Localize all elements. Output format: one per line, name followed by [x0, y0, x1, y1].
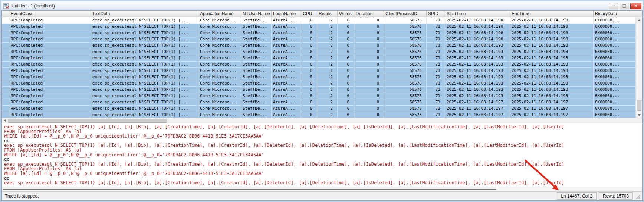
cell-cpu: 0	[301, 62, 317, 68]
cell-endTime: 2025-02-11 16:08:14.193	[510, 49, 594, 55]
column-header-loginname[interactable]: LoginName	[272, 11, 301, 17]
column-header-ntusername[interactable]: NTUserName	[241, 11, 272, 17]
cell-spid: 71	[427, 49, 445, 55]
cell-binaryData: 0X00000...	[594, 43, 636, 49]
sql-line: exec sp_executesql N'SELECT TOP(1) [a].[…	[4, 181, 642, 185]
scroll-up-icon[interactable]	[636, 17, 642, 23]
cell-loginName: AzureA...	[272, 99, 301, 106]
text-pane-scrollbar[interactable]	[2, 187, 642, 191]
row-margin	[2, 80, 9, 87]
cell-loginName: AzureA...	[272, 80, 301, 87]
cell-loginName: AzureA...	[272, 49, 301, 55]
column-header-eventclass[interactable]: EventClass	[9, 11, 91, 17]
column-header-reads[interactable]: Reads	[317, 11, 338, 17]
cell-duration: 0	[354, 43, 384, 49]
sql-text-pane[interactable]: exec sp_executesql N'SELECT TOP(1) [a].[…	[2, 123, 642, 187]
cell-eventClass: RPC:Completed	[9, 30, 91, 36]
trace-row[interactable]: RPC:Completedexec sp_executesql N'SELECT…	[2, 43, 636, 49]
trace-row[interactable]: RPC:Completedexec sp_executesql N'SELECT…	[2, 80, 636, 87]
sql-line: exec sp_executesql N'SELECT TOP(1) [a].[…	[4, 125, 642, 129]
trace-row[interactable]: RPC:Completedexec sp_executesql N'SELECT…	[2, 17, 636, 24]
trace-row[interactable]: RPC:Completedexec sp_executesql N'SELECT…	[2, 68, 636, 74]
cell-duration: 0	[354, 55, 384, 62]
scroll-left-icon[interactable]	[2, 118, 8, 123]
cell-binaryData: 0X00000...	[594, 17, 636, 24]
cell-reads: 2	[317, 36, 338, 43]
cell-endTime: 2025-02-11 16:08:14.190	[510, 30, 594, 36]
minimize-button[interactable]: ─	[609, 3, 618, 9]
cell-eventClass: RPC:Completed	[9, 49, 91, 55]
column-header-cpu[interactable]: CPU	[301, 11, 317, 17]
cell-textData: exec sp_executesql N'SELECT TOP(1) [...	[91, 49, 198, 55]
cell-textData: exec sp_executesql N'SELECT TOP(1) [...	[91, 68, 198, 74]
maximize-button[interactable]: □	[620, 3, 629, 9]
cell-writes: 0	[338, 68, 354, 74]
cell-loginName: AzureA...	[272, 36, 301, 43]
column-header-duration[interactable]: Duration	[354, 11, 384, 17]
cell-startTime: 2025-02-11 16:08:14.193	[445, 62, 510, 68]
cell-endTime: 2025-02-11 16:08:14.193	[510, 80, 594, 87]
cell-loginName: AzureA...	[272, 93, 301, 99]
cell-duration: 0	[354, 49, 384, 55]
trace-row[interactable]: RPC:Completedexec sp_executesql N'SELECT…	[2, 74, 636, 80]
trace-row[interactable]: RPC:Completedexec sp_executesql N'SELECT…	[2, 93, 636, 99]
cell-loginName: AzureA...	[272, 30, 301, 36]
column-header-binarydata[interactable]: BinaryData	[594, 11, 642, 17]
trace-row[interactable]: RPC:Completedexec sp_executesql N'SELECT…	[2, 87, 636, 93]
cell-clientProcessId: 58576	[384, 55, 427, 62]
cell-reads: 2	[317, 62, 338, 68]
close-button[interactable]: ×	[630, 3, 641, 9]
cell-textData: exec sp_executesql N'SELECT TOP(1) [...	[91, 112, 198, 118]
column-header-spid[interactable]: SPID	[427, 11, 445, 17]
row-margin	[2, 106, 9, 112]
cell-clientProcessId: 58576	[384, 30, 427, 36]
cell-reads: 2	[317, 43, 338, 49]
column-header-writes[interactable]: Writes	[338, 11, 354, 17]
cell-binaryData: 0X00000...	[594, 87, 636, 93]
trace-row[interactable]: RPC:Completedexec sp_executesql N'SELECT…	[2, 106, 636, 112]
row-margin	[2, 74, 9, 80]
grid-vertical-scrollbar[interactable]	[636, 17, 642, 118]
cell-endTime: 2025-02-11 16:08:14.193	[510, 43, 594, 49]
cell-duration: 0	[354, 62, 384, 68]
row-margin	[2, 36, 9, 43]
cell-textData: exec sp_executesql N'SELECT TOP(1) [...	[91, 55, 198, 62]
text-pane-scroll-thumb[interactable]	[3, 189, 496, 190]
trace-row[interactable]: RPC:Completedexec sp_executesql N'SELECT…	[2, 112, 636, 118]
cell-clientProcessId: 58576	[384, 112, 427, 118]
cell-ntUserName: SteffBe...	[241, 87, 272, 93]
cell-cpu: 0	[301, 112, 317, 118]
trace-row[interactable]: RPC:Completedexec sp_executesql N'SELECT…	[2, 30, 636, 36]
column-header-starttime[interactable]: StartTime	[445, 11, 510, 17]
column-header-textdata[interactable]: TextData	[91, 11, 198, 17]
cell-startTime: 2025-02-11 16:08:14.193	[445, 93, 510, 99]
cell-eventClass: RPC:Completed	[9, 62, 91, 68]
cell-applicationName: Core Microso...	[198, 99, 241, 106]
cell-cpu: 0	[301, 80, 317, 87]
cell-reads: 2	[317, 17, 338, 24]
scroll-down-icon[interactable]	[636, 112, 642, 118]
trace-row[interactable]: RPC:Completedexec sp_executesql N'SELECT…	[2, 99, 636, 106]
cell-reads: 2	[317, 49, 338, 55]
column-header-clientprocessid[interactable]: ClientProcessID	[384, 11, 427, 17]
cell-binaryData: 0X00000...	[594, 36, 636, 43]
trace-row[interactable]: RPC:Completedexec sp_executesql N'SELECT…	[2, 55, 636, 62]
cell-textData: exec sp_executesql N'SELECT TOP(1) [...	[91, 43, 198, 49]
trace-row[interactable]: RPC:Completedexec sp_executesql N'SELECT…	[2, 24, 636, 30]
cell-eventClass: RPC:Completed	[9, 99, 91, 106]
cell-ntUserName: SteffBe...	[241, 49, 272, 55]
resize-grip[interactable]	[635, 192, 641, 200]
row-selector-header[interactable]	[2, 11, 9, 17]
cell-loginName: AzureA...	[272, 112, 301, 118]
sql-line: exec sp_executesql N'SELECT TOP(1) [a].[…	[4, 162, 642, 167]
horizontal-scroll-thumb[interactable]	[8, 119, 167, 123]
vertical-scroll-thumb[interactable]	[637, 100, 641, 111]
cell-ntUserName: SteffBe...	[241, 17, 272, 24]
vertical-scroll-track[interactable]	[636, 23, 642, 112]
trace-row[interactable]: RPC:Completedexec sp_executesql N'SELECT…	[2, 36, 636, 43]
trace-row[interactable]: RPC:Completedexec sp_executesql N'SELECT…	[2, 49, 636, 55]
column-header-endtime[interactable]: EndTime	[510, 11, 594, 17]
grid-horizontal-scrollbar[interactable]	[2, 118, 642, 123]
trace-row[interactable]: RPC:Completedexec sp_executesql N'SELECT…	[2, 62, 636, 68]
column-header-applicationname[interactable]: ApplicationName	[198, 11, 241, 17]
